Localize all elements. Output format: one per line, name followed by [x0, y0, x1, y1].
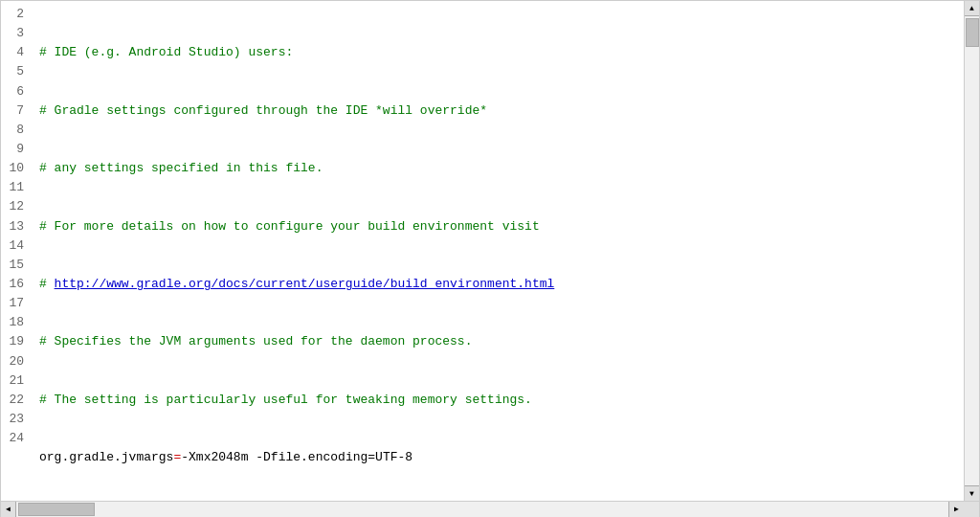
scrollbar-up-button[interactable]: ▲	[965, 1, 980, 16]
scrollbar-right[interactable]: ▲ ▼	[964, 1, 979, 501]
scrollbar-bottom-track[interactable]	[16, 502, 948, 517]
scrollbar-right-button[interactable]: ▶	[948, 502, 964, 517]
scrollbar-down-button[interactable]: ▼	[965, 485, 980, 501]
code-line-3: # Gradle settings configured through the…	[39, 101, 945, 121]
scrollbar-bottom-thumb[interactable]	[18, 503, 95, 516]
code-line-4: # any settings specified in this file.	[39, 159, 945, 178]
code-line-9: org.gradle.jvmargs=-Xmx2048m -Dfile.enco…	[39, 448, 945, 467]
code-line-7: # Specifies the JVM arguments used for t…	[39, 332, 945, 351]
scrollbar-left-button[interactable]: ◀	[1, 502, 16, 517]
scrollbar-corner	[964, 502, 979, 517]
scrollbar-track[interactable]	[965, 16, 980, 485]
code-content[interactable]: # IDE (e.g. Android Studio) users: # Gra…	[32, 1, 964, 501]
scrollbar-thumb[interactable]	[966, 18, 979, 47]
code-line-8: # The setting is particularly useful for…	[39, 391, 945, 410]
code-area: 2 3 4 5 6 7 8 9 10 11 12 13 14 15 16 17 …	[1, 1, 979, 501]
code-line-5: # For more details on how to configure y…	[39, 217, 945, 236]
line-numbers: 2 3 4 5 6 7 8 9 10 11 12 13 14 15 16 17 …	[1, 1, 32, 501]
code-line-2: # IDE (e.g. Android Studio) users:	[39, 43, 945, 62]
editor-container: 2 3 4 5 6 7 8 9 10 11 12 13 14 15 16 17 …	[0, 0, 980, 517]
scrollbar-bottom[interactable]: ◀ ▶	[1, 501, 979, 516]
code-line-6: # http://www.gradle.org/docs/current/use…	[39, 275, 945, 294]
